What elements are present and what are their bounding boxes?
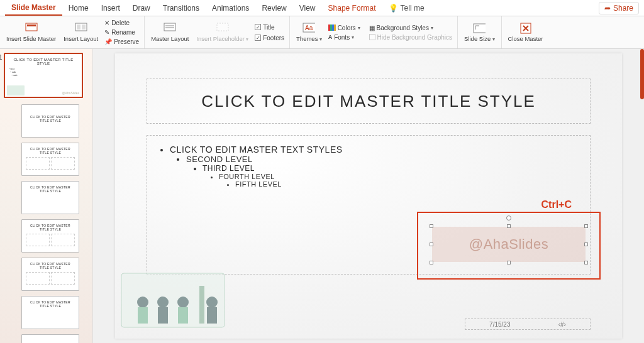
- tab-view[interactable]: View: [293, 1, 322, 15]
- share-icon: ➦: [604, 4, 611, 13]
- share-button[interactable]: ➦ Share: [599, 2, 639, 14]
- body-level1: CLICK TO EDIT MASTER TEXT STYLES: [170, 144, 343, 155]
- layout-thumbnail[interactable]: CLICK TO EDIT MASTER TITLE STYLE: [21, 181, 79, 214]
- tab-home[interactable]: Home: [62, 1, 95, 15]
- resize-handle[interactable]: [584, 261, 588, 264]
- svg-rect-11: [328, 24, 330, 31]
- fonts-icon: A: [328, 34, 333, 40]
- ribbon-theme-stack: Colors AFonts: [327, 24, 362, 41]
- fonts-dropdown[interactable]: AFonts: [327, 33, 362, 41]
- tab-animations[interactable]: Animations: [206, 1, 255, 15]
- svg-rect-26: [207, 307, 217, 324]
- tell-me-label: Tell me: [401, 4, 425, 13]
- slide-number-text: ‹#›: [558, 321, 566, 328]
- background-styles-dropdown[interactable]: ▦Background Styles: [368, 24, 454, 32]
- insert-layout-label: Insert Layout: [64, 36, 98, 43]
- body-level3: THIRD LEVEL: [203, 164, 255, 173]
- decorative-illustration: [118, 267, 228, 334]
- thumb-title: CLICK TO EDIT MASTER TITLE STYLE: [26, 299, 75, 309]
- insert-layout-button[interactable]: Insert Layout: [61, 21, 101, 44]
- master-thumbnail[interactable]: 1 CLICK TO EDIT MASTER TITLE STYLE • tex…: [4, 53, 83, 98]
- tab-slide-master[interactable]: Slide Master: [5, 0, 62, 16]
- annotation-label: Ctrl+C: [541, 199, 572, 210]
- thumbnail-pane[interactable]: 1 CLICK TO EDIT MASTER TITLE STYLE • tex…: [0, 49, 93, 343]
- insert-placeholder-label: Insert Placeholder: [196, 36, 248, 43]
- thumb-title: CLICK TO EDIT MASTER TITLE STYLE: [26, 146, 75, 156]
- close-master-label: Close Master: [508, 36, 543, 43]
- thumb-title: CLICK TO EDIT MASTER TITLE STYLE: [26, 222, 75, 232]
- delete-button[interactable]: ✕Delete: [103, 19, 140, 27]
- thumb-title: CLICK TO EDIT MASTER TITLE STYLE: [9, 57, 78, 67]
- hide-background-checkbox[interactable]: Hide Background Graphics: [368, 33, 454, 41]
- rename-button[interactable]: ✎Rename: [103, 28, 140, 36]
- thumb-title: CLICK TO EDIT MASTER TITLE STYLE: [26, 261, 75, 271]
- resize-handle[interactable]: [584, 242, 588, 246]
- layout-thumbnail[interactable]: CLICK TO EDIT MASTER TITLE STYLE: [21, 143, 79, 176]
- background-icon: ▦: [369, 24, 375, 31]
- layout-icon: [75, 22, 87, 35]
- vertical-scrollbar[interactable]: [640, 49, 644, 343]
- body-level4: FOURTH LEVEL: [219, 173, 275, 180]
- tell-me[interactable]: 💡 Tell me: [382, 1, 431, 16]
- preserve-icon: 📌: [104, 38, 112, 45]
- scrollbar-thumb[interactable]: [640, 49, 644, 99]
- insert-slide-master-button[interactable]: Insert Slide Master: [4, 21, 58, 44]
- tab-review[interactable]: Review: [255, 1, 292, 15]
- ribbon-group-close: Close Master: [502, 16, 550, 48]
- slide-canvas[interactable]: CLICK TO EDIT MASTER TITLE STYLE CLICK T…: [93, 49, 644, 343]
- close-master-button[interactable]: Close Master: [506, 21, 546, 44]
- resize-handle[interactable]: [430, 242, 433, 246]
- watermark-text: @AhaSlides: [469, 236, 548, 253]
- selected-shape[interactable]: @AhaSlides: [432, 227, 586, 262]
- themes-label: Themes: [296, 36, 322, 43]
- rotate-handle[interactable]: [506, 215, 511, 220]
- themes-button[interactable]: Aa Themes: [294, 21, 325, 44]
- tab-transitions[interactable]: Transitions: [157, 1, 206, 15]
- tab-draw[interactable]: Draw: [126, 1, 157, 15]
- svg-rect-22: [158, 307, 168, 324]
- slide-size-icon: [473, 22, 486, 35]
- svg-rect-14: [334, 24, 336, 31]
- themes-icon: Aa: [303, 22, 315, 35]
- svg-rect-18: [199, 286, 204, 324]
- rename-label: Rename: [111, 29, 135, 36]
- title-placeholder[interactable]: CLICK TO EDIT MASTER TITLE STYLE: [147, 79, 591, 124]
- svg-rect-8: [217, 23, 228, 31]
- master-layout-label: Master Layout: [151, 36, 189, 43]
- layout-thumbnail[interactable]: CLICK TO EDIT MASTER TITLE STYLE: [21, 219, 79, 253]
- layout-thumbnail[interactable]: CLICK TO EDIT MASTER TITLE STYLE: [21, 104, 79, 138]
- placeholder-icon: [216, 22, 229, 35]
- footers-checkbox[interactable]: ✓Footers: [253, 34, 286, 42]
- insert-slide-master-label: Insert Slide Master: [6, 36, 56, 43]
- svg-text:Aa: Aa: [305, 24, 313, 31]
- resize-handle[interactable]: [430, 261, 433, 264]
- resize-handle[interactable]: [430, 224, 433, 228]
- svg-rect-20: [138, 307, 148, 324]
- body-level5: FIFTH LEVEL: [235, 180, 282, 188]
- date-text: 7/15/23: [489, 321, 510, 328]
- svg-rect-1: [27, 24, 36, 26]
- master-layout-button[interactable]: Master Layout: [148, 21, 191, 44]
- lightbulb-icon: 💡: [389, 4, 398, 13]
- resize-handle[interactable]: [507, 224, 511, 228]
- fonts-label: Fonts: [334, 34, 350, 41]
- title-checkbox[interactable]: ✓Title: [253, 23, 286, 31]
- layout-thumbnail[interactable]: CLICK TO EDIT MASTER TITLE STYLE: [21, 258, 79, 291]
- background-styles-label: Background Styles: [377, 24, 429, 31]
- slide-master-icon: [25, 22, 38, 35]
- preserve-button[interactable]: 📌Preserve: [103, 38, 140, 46]
- resize-handle[interactable]: [584, 224, 588, 228]
- resize-handle[interactable]: [507, 261, 511, 264]
- tab-insert[interactable]: Insert: [95, 1, 126, 15]
- svg-rect-5: [164, 23, 175, 31]
- slide-number-placeholder[interactable]: 7/15/23 ‹#›: [465, 318, 591, 330]
- thumb-title: CLICK TO EDIT MASTER TITLE STYLE: [26, 114, 75, 124]
- svg-rect-4: [82, 24, 86, 30]
- layout-thumbnail[interactable]: [21, 334, 79, 343]
- insert-placeholder-button[interactable]: Insert Placeholder: [194, 21, 251, 44]
- layout-thumbnail[interactable]: CLICK TO EDIT MASTER TITLE STYLE: [21, 296, 79, 329]
- slide-size-button[interactable]: Slide Size: [462, 21, 497, 44]
- tab-shape-format[interactable]: Shape Format: [322, 1, 382, 15]
- colors-dropdown[interactable]: Colors: [327, 24, 362, 32]
- ribbon-group-themes: Aa Themes Colors AFonts ▦Background Styl…: [290, 16, 458, 48]
